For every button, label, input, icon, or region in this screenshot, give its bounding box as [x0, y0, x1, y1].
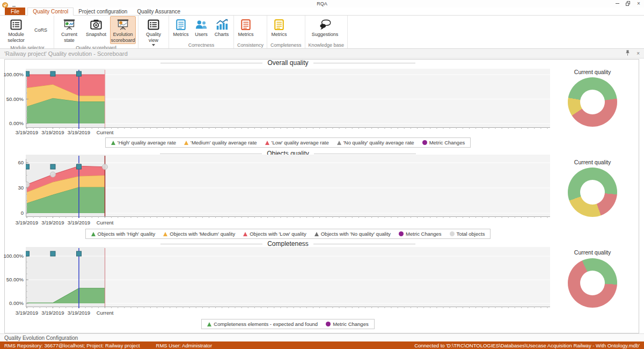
triangle-legend-marker-icon	[184, 141, 188, 145]
donut-hole	[580, 180, 605, 205]
section-title: Completeness	[26, 240, 550, 248]
legend-item: Objects with 'Low' quality	[243, 231, 306, 237]
snapshot-marker[interactable]	[50, 164, 55, 169]
legend-label: 'Medium' quality average rate	[191, 140, 257, 146]
area-chart-plot	[26, 247, 550, 308]
x-axis-label: Current	[86, 310, 124, 316]
legend-label: 'No quality' quality average rate	[343, 140, 414, 146]
config-label: Quality Evolution Configuration	[4, 335, 78, 341]
section-title: Overall quality	[26, 59, 550, 67]
status-connection: Connected to 'D:\TRC\ONTOLOGIES\Database…	[414, 343, 640, 348]
legend-label: Objects with 'Low' quality	[250, 231, 306, 237]
donut-title: Current quality	[560, 69, 625, 75]
legend-item: Metric Changes	[422, 140, 465, 146]
config-status-bar: Quality Evolution Configuration	[0, 333, 644, 342]
legend-item: Objects with 'High' quality	[91, 231, 156, 237]
title-rule	[160, 154, 262, 154]
legend-item: 'No quality' quality average rate	[337, 140, 414, 146]
title-rule	[313, 63, 415, 63]
donut-title: Current quality	[560, 249, 625, 256]
circle-legend-marker-icon	[422, 140, 427, 145]
y-axis-label: 0.00%	[0, 120, 24, 126]
y-axis-label: 100.00%	[0, 253, 24, 259]
area-chart-plot	[26, 155, 550, 218]
y-axis-label: 0	[0, 210, 24, 216]
donut-hole	[580, 90, 605, 114]
snapshot-marker[interactable]	[50, 251, 55, 256]
snapshot-marker[interactable]	[77, 71, 82, 76]
x-axis-label: Current	[86, 129, 124, 135]
legend-item: Objects with 'No quality' quality	[314, 231, 391, 237]
triangle-legend-marker-icon	[207, 322, 211, 326]
legend-item: Completeness elements - expected and fou…	[207, 321, 318, 327]
title-rule	[313, 244, 415, 244]
total-objects-point	[26, 182, 30, 187]
snapshot-marker[interactable]	[77, 164, 82, 169]
legend-label: Metric Changes	[333, 321, 369, 327]
circle-legend-marker-icon	[399, 231, 404, 236]
status-bar: RMS Repository: 36677@localhost; Project…	[0, 341, 644, 349]
total-objects-point	[50, 172, 56, 177]
triangle-legend-marker-icon	[111, 141, 115, 145]
legend-item: 'High' quality average rate	[111, 140, 176, 146]
y-axis-label: 0.00%	[0, 300, 24, 306]
title-rule	[314, 154, 416, 154]
triangle-legend-marker-icon	[243, 232, 247, 236]
legend-row: Completeness elements - expected and fou…	[26, 319, 550, 329]
triangle-legend-marker-icon	[265, 141, 269, 145]
legend: 'High' quality average rate'Medium' qual…	[105, 137, 471, 148]
legend-label: Metric Changes	[429, 140, 465, 146]
chart-title: Overall quality	[267, 59, 308, 67]
overall-current-quality-donut	[568, 77, 617, 127]
triangle-legend-marker-icon	[91, 232, 96, 236]
title-rule	[160, 244, 262, 244]
y-axis-label: 50.00%	[0, 277, 24, 282]
snapshot-marker[interactable]	[77, 251, 82, 256]
donut-hole	[580, 271, 605, 295]
legend-label: 'High' quality average rate	[118, 140, 176, 146]
legend: Completeness elements - expected and fou…	[201, 319, 374, 329]
y-axis-label: 30	[0, 185, 24, 191]
legend-item: Metric Changes	[399, 231, 442, 237]
legend-label: 'Low' quality average rate	[272, 140, 329, 146]
legend-item: 'Medium' quality average rate	[184, 140, 257, 146]
legend-item: Total objects	[450, 231, 485, 237]
legend-row: Objects with 'High' qualityObjects with …	[26, 229, 550, 239]
snapshot-marker[interactable]	[26, 251, 30, 256]
area-chart-plot	[26, 69, 550, 129]
legend-label: Objects with 'High' quality	[98, 231, 156, 237]
circle-legend-marker-icon	[326, 322, 331, 326]
legend-item: 'Low' quality average rate	[265, 140, 329, 146]
x-axis-label: Current	[86, 220, 124, 226]
y-axis-label: 50.00%	[0, 96, 24, 102]
completeness-current-quality-donut	[568, 258, 617, 308]
legend-label: Completeness elements - expected and fou…	[214, 321, 318, 327]
legend-row: 'High' quality average rate'Medium' qual…	[26, 137, 550, 148]
legend-label: Objects with 'No quality' quality	[321, 231, 391, 237]
snapshot-marker[interactable]	[26, 71, 30, 76]
title-rule	[160, 63, 262, 63]
triangle-legend-marker-icon	[314, 232, 319, 236]
snapshot-marker[interactable]	[26, 164, 30, 169]
legend: Objects with 'High' qualityObjects with …	[85, 229, 491, 239]
status-repository: RMS Repository: 36677@localhost; Project…	[4, 343, 140, 348]
y-axis-label: 100.00%	[0, 71, 24, 77]
total-objects-point	[103, 164, 108, 170]
chart-title: Completeness	[267, 240, 309, 248]
legend-item: Objects with 'Medium' quality	[163, 231, 235, 237]
triangle-legend-marker-icon	[337, 141, 341, 145]
legend-label: Total objects	[457, 231, 485, 237]
triangle-legend-marker-icon	[163, 232, 167, 236]
donut-title: Current quality	[560, 159, 625, 165]
objects-current-quality-donut	[568, 168, 617, 217]
circle-legend-marker-icon	[450, 231, 455, 236]
legend-label: Objects with 'Medium' quality	[170, 231, 235, 237]
snapshot-marker[interactable]	[50, 71, 55, 76]
y-axis-label: 60	[0, 159, 24, 165]
charts-layer: Overall quality100.00%50.00%0.00%3/19/20…	[0, 0, 644, 349]
status-user: RMS User: Administrator	[156, 343, 213, 348]
legend-label: Metric Changes	[406, 231, 442, 237]
legend-item: Metric Changes	[326, 321, 369, 327]
